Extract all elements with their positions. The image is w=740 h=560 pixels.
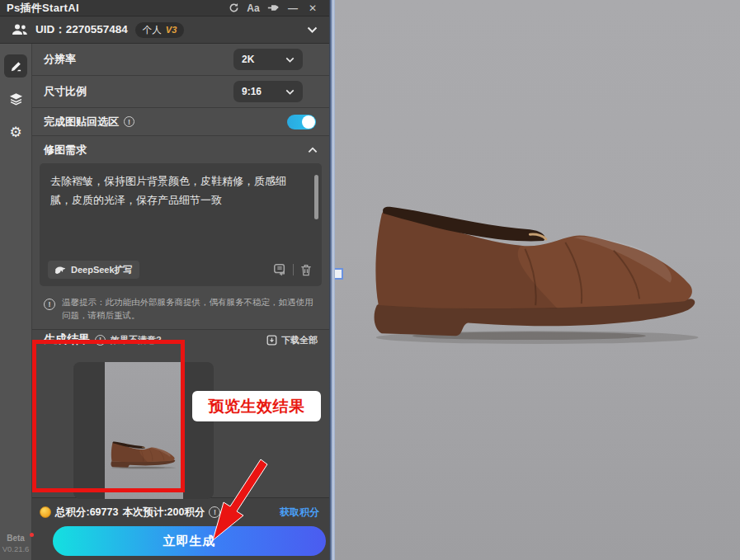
chevron-down-icon[interactable] <box>307 26 318 33</box>
prompt-area: 去除褶皱，保持图片背景颜色，皮鞋精修，质感细腻，皮质的光泽，保存产品细节一致 D… <box>32 163 329 294</box>
photoshop-canvas[interactable] <box>335 0 740 560</box>
font-size-icon[interactable]: Aa <box>243 2 263 15</box>
result-thumbnail-image <box>105 362 183 499</box>
toggle-knob <box>302 115 315 129</box>
paste-back-row: 完成图贴回选区 ! <box>32 108 329 136</box>
users-icon <box>12 24 28 35</box>
generate-now-button[interactable]: 立即生成 <box>53 526 326 556</box>
info-icon[interactable]: ! <box>95 335 106 346</box>
plugin-version: V0.21.6 <box>2 544 30 553</box>
restore-prompt-icon[interactable] <box>273 263 286 276</box>
panel-divider[interactable] <box>329 0 335 560</box>
gear-icon: ⚙ <box>9 125 21 139</box>
info-icon[interactable]: ! <box>124 116 134 127</box>
plan-badge: 个人 V3 <box>135 22 184 38</box>
resolution-row: 分辨率 2K <box>32 44 329 76</box>
results-title: 生成结果 <box>44 332 90 347</box>
chevron-up-icon <box>308 147 318 153</box>
prompt-scrollbar[interactable] <box>314 175 318 219</box>
uid-value: UID：2270557484 <box>35 22 128 37</box>
tool-strip: ⚙ Beta V0.21.6 <box>0 44 32 560</box>
shoe-thumbnail-art <box>111 440 178 470</box>
tool-layers[interactable] <box>4 87 27 111</box>
resolution-dropdown[interactable]: 2K <box>233 49 303 70</box>
panel-body: ⚙ Beta V0.21.6 分辨率 2K <box>0 44 329 560</box>
close-icon[interactable]: ✕ <box>303 2 323 15</box>
results-area <box>32 351 329 498</box>
minimize-icon[interactable]: — <box>283 2 303 15</box>
deepseek-label: DeepSeek扩写 <box>71 264 133 276</box>
plugin-panel: Ps插件StartAI Aa — ✕ UID：2270557484 个人 V3 <box>0 0 329 560</box>
divider <box>293 264 294 275</box>
coin-icon <box>40 506 51 518</box>
paste-back-toggle[interactable] <box>287 115 316 129</box>
result-thumbnail[interactable] <box>73 362 214 499</box>
ratio-value: 9:16 <box>242 86 285 97</box>
beta-version-block: Beta V0.21.6 <box>2 534 30 560</box>
trash-icon[interactable] <box>300 264 312 276</box>
total-points: 总积分:69773 <box>55 506 118 520</box>
chevron-down-icon <box>285 89 295 95</box>
prompt-input[interactable]: 去除褶皱，保持图片背景颜色，皮鞋精修，质感细腻，皮质的光泽，保存产品细节一致 <box>40 163 322 242</box>
get-points-link[interactable]: 获取积分 <box>280 506 319 520</box>
panel-footer: 总积分:69773 本次预计:200积分 ! 获取积分 立即生成 <box>32 497 329 560</box>
ratio-dropdown[interactable]: 9:16 <box>233 81 303 102</box>
download-all-label: 下载全部 <box>281 334 318 346</box>
results-hint[interactable]: 效果不满意? <box>111 334 162 346</box>
title-bar: Ps插件StartAI Aa — ✕ <box>0 0 329 16</box>
app-root: Ps插件StartAI Aa — ✕ UID：2270557484 个人 V3 <box>0 0 740 560</box>
window-title: Ps插件StartAI <box>7 1 79 16</box>
service-notice: ! 温馨提示：此功能由外部服务商提供，偶有服务不稳定，如遇使用问题，请稍后重试。 <box>32 294 329 329</box>
panel-content: 分辨率 2K 尺寸比例 9:16 <box>32 44 329 560</box>
resolution-label: 分辨率 <box>44 52 76 67</box>
pencil-icon <box>10 60 22 73</box>
download-all-button[interactable]: 下载全部 <box>266 334 318 346</box>
ratio-row: 尺寸比例 9:16 <box>32 76 329 108</box>
results-header: 生成结果 ! 效果不满意? 下载全部 <box>32 329 329 351</box>
shoe-photo <box>335 0 740 560</box>
plan-label: 个人 <box>143 24 162 36</box>
ratio-label: 尺寸比例 <box>44 84 87 99</box>
chevron-down-icon <box>285 57 295 63</box>
estimate-points: 本次预计:200积分 <box>122 506 205 520</box>
refresh-icon[interactable] <box>224 2 243 15</box>
info-icon: ! <box>44 299 55 310</box>
pin-icon[interactable] <box>263 2 283 15</box>
version-badge: V3 <box>166 25 177 35</box>
beta-label: Beta <box>7 534 25 543</box>
notice-text: 温馨提示：此功能由外部服务商提供，偶有服务不稳定，如遇使用问题，请稍后重试。 <box>62 296 318 322</box>
deepseek-whale-icon <box>54 266 66 275</box>
resolution-value: 2K <box>242 54 285 65</box>
tool-edit-pencil[interactable] <box>4 54 27 78</box>
deepseek-expand-button[interactable]: DeepSeek扩写 <box>48 261 139 279</box>
layers-icon <box>9 92 23 106</box>
selection-handle[interactable] <box>335 268 343 280</box>
prompt-section-label: 修图需求 <box>44 143 87 158</box>
prompt-box: 去除褶皱，保持图片背景颜色，皮鞋精修，质感细腻，皮质的光泽，保存产品细节一致 D… <box>40 163 322 286</box>
download-icon <box>266 335 277 346</box>
paste-back-label: 完成图贴回选区 <box>44 115 119 129</box>
tool-settings[interactable]: ⚙ <box>4 120 27 144</box>
info-icon[interactable]: ! <box>209 506 220 518</box>
prompt-section-header[interactable]: 修图需求 <box>32 136 329 163</box>
account-row[interactable]: UID：2270557484 个人 V3 <box>0 16 329 44</box>
